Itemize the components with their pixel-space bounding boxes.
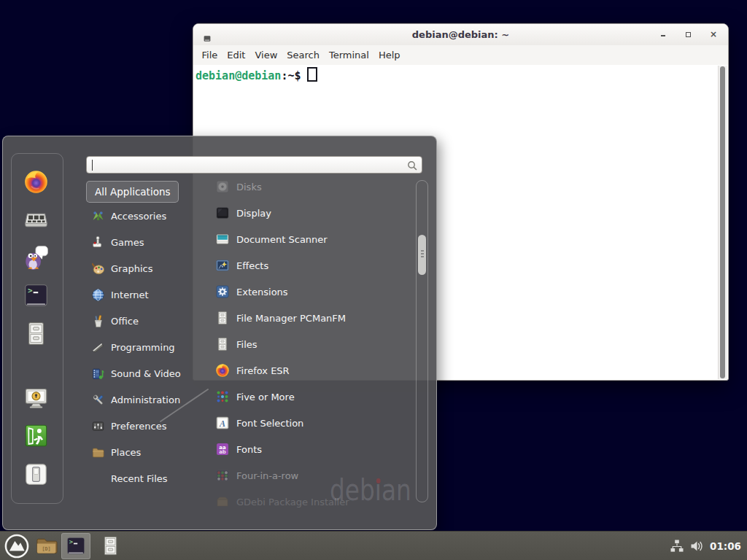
app-fonts[interactable]: aaabFonts	[213, 436, 410, 462]
file-cabinet-button[interactable]	[100, 535, 121, 556]
firefox-icon	[215, 363, 230, 378]
search-box[interactable]	[86, 156, 422, 174]
svg-text:ab: ab	[219, 449, 226, 455]
files-icon	[215, 337, 230, 351]
four-in-a-row-icon	[215, 468, 230, 483]
category-graphics[interactable]: Graphics	[86, 255, 206, 281]
programming-icon	[92, 341, 104, 354]
office-icon	[92, 315, 104, 327]
app-label: Disks	[236, 182, 262, 192]
category-places[interactable]: Places	[86, 439, 206, 465]
app-label: Display	[236, 208, 271, 219]
category-all-applications[interactable]: All Applications	[86, 181, 179, 203]
desktop: debian@debian: ~ × FileEditViewSearchTer…	[0, 0, 747, 560]
fonts-icon: aaab	[215, 442, 230, 456]
maximize-button[interactable]	[685, 31, 692, 38]
terminal-window-button[interactable]: >	[61, 533, 90, 559]
terminal-titlebar[interactable]: debian@debian: ~ ×	[193, 24, 728, 45]
menu-scrollbar-thumb[interactable]	[418, 235, 426, 275]
terminal-scrollbar[interactable]	[718, 66, 727, 379]
menu-scrollbar[interactable]	[416, 180, 428, 502]
terminal-menubar: FileEditViewSearchTerminalHelp	[193, 45, 728, 65]
gdebi-icon	[215, 494, 230, 509]
text-caret	[92, 160, 93, 171]
display-icon	[215, 206, 230, 220]
pidgin-icon[interactable]	[23, 245, 49, 271]
app-label: Five or More	[236, 392, 295, 402]
terminal-menu-edit[interactable]: Edit	[222, 50, 250, 61]
category-list: AccessoriesGamesGraphicsInternetOfficePr…	[86, 203, 206, 491]
debian-watermark: debıan	[330, 472, 411, 508]
category-label: Programming	[111, 342, 175, 353]
places-icon	[92, 446, 104, 459]
search-icon	[406, 160, 418, 171]
network-icon[interactable]	[670, 539, 684, 553]
administration-icon	[92, 394, 104, 406]
category-label: Games	[111, 237, 144, 248]
sound-video-icon	[92, 368, 104, 380]
taskbar: [D]>01:06	[0, 531, 747, 560]
terminal-title: debian@debian: ~	[193, 29, 728, 40]
app-file-manager-pcmanfm[interactable]: File Manager PCManFM	[213, 305, 410, 331]
category-programming[interactable]: Programming	[86, 334, 206, 360]
category-label: Preferences	[111, 421, 166, 432]
file-manager-icon	[215, 311, 230, 325]
lock-screen-icon[interactable]	[23, 385, 49, 411]
category-sound-video[interactable]: Sound & Video	[86, 360, 206, 386]
category-label: Internet	[111, 289, 149, 300]
extensions-icon	[215, 284, 230, 299]
graphics-icon	[92, 262, 104, 275]
file-manager-icon[interactable]	[23, 321, 49, 346]
app-firefox-esr[interactable]: Firefox ESR	[213, 357, 410, 384]
category-accessories[interactable]: Accessories	[86, 203, 206, 229]
preferences-icon	[92, 420, 104, 432]
minimize-button[interactable]	[660, 31, 667, 38]
menu-button[interactable]	[4, 534, 29, 559]
clock: 01:06	[710, 540, 741, 552]
firefox-icon[interactable]	[23, 169, 49, 195]
app-label: File Manager PCManFM	[236, 313, 346, 324]
application-list: DisksDisplayDocument ScannerEffectsExten…	[213, 174, 410, 515]
app-document-scanner[interactable]: Document Scanner	[213, 226, 410, 252]
category-label: Recent Files	[111, 473, 168, 484]
menu-sidebar: >	[11, 153, 63, 504]
category-office[interactable]: Office	[86, 308, 206, 334]
terminal-cursor	[307, 67, 317, 82]
log-out-icon[interactable]	[23, 423, 49, 448]
category-games[interactable]: Games	[86, 229, 206, 255]
five-or-more-icon	[215, 389, 230, 404]
terminal-menu-search[interactable]: Search	[282, 50, 325, 61]
prompt-suffix: :~$	[281, 69, 301, 82]
close-button[interactable]: ×	[710, 31, 717, 38]
svg-text:>: >	[28, 286, 33, 295]
app-five-or-more[interactable]: Five or More	[213, 384, 410, 410]
cursor-trail-line	[159, 387, 210, 424]
app-display[interactable]: Display	[213, 200, 410, 226]
app-label: Fonts	[236, 444, 262, 455]
character-map-icon[interactable]	[23, 207, 49, 233]
terminal-menu-view[interactable]: View	[250, 50, 282, 61]
file-manager-button[interactable]: [D]	[35, 534, 58, 557]
terminal-icon[interactable]: >	[23, 283, 49, 308]
category-label: Places	[111, 447, 141, 458]
terminal-menu-terminal[interactable]: Terminal	[324, 50, 374, 61]
category-recent-files[interactable]: Recent Files	[86, 465, 206, 491]
volume-icon[interactable]	[689, 539, 704, 553]
category-internet[interactable]: Internet	[86, 281, 206, 308]
app-files[interactable]: Files	[213, 331, 410, 357]
app-label: Firefox ESR	[236, 365, 290, 376]
terminal-menu-file[interactable]: File	[197, 50, 222, 61]
effects-icon	[215, 258, 230, 273]
shut-down-icon[interactable]	[23, 462, 49, 487]
app-font-selection[interactable]: AFont Selection	[213, 410, 410, 436]
app-label: Font Selection	[236, 418, 303, 429]
terminal-menu-help[interactable]: Help	[374, 50, 405, 61]
app-extensions[interactable]: Extensions	[213, 279, 410, 305]
internet-icon	[92, 289, 104, 301]
app-disks[interactable]: Disks	[213, 174, 410, 200]
terminal-scrollbar-thumb[interactable]	[720, 66, 725, 378]
svg-text:>: >	[69, 538, 73, 545]
app-label: Extensions	[236, 287, 288, 298]
svg-text:[D]: [D]	[42, 546, 50, 552]
app-effects[interactable]: Effects	[213, 252, 410, 279]
